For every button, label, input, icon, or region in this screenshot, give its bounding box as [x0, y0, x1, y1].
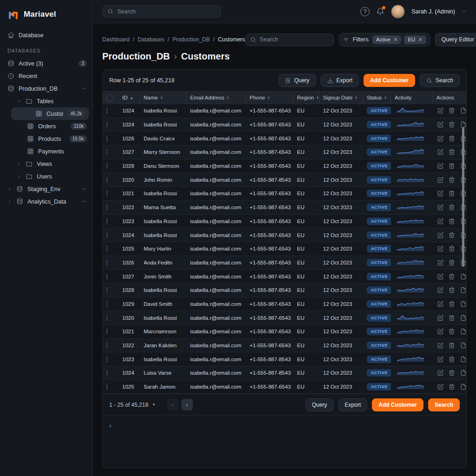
delete-icon[interactable] — [449, 259, 455, 266]
chevron-down-icon[interactable] — [82, 86, 87, 91]
sidebar-item-production-db[interactable]: Production_DB — [0, 82, 93, 95]
table-row[interactable]: 1025 Mary Hartin isabella.r@email.com +1… — [103, 242, 466, 256]
edit-icon[interactable] — [437, 204, 443, 211]
table-row[interactable]: 1024 Isabella Rossi isabella.r@email.com… — [103, 228, 466, 242]
row-checkbox[interactable] — [106, 259, 107, 266]
row-checkbox[interactable] — [106, 121, 107, 128]
edit-icon[interactable] — [437, 190, 443, 197]
edit-icon[interactable] — [437, 342, 443, 349]
delete-icon[interactable] — [449, 383, 455, 390]
close-icon[interactable]: ✕ — [393, 37, 397, 43]
table-row[interactable]: 1026 Anda Feditn isabella.r@email.com +1… — [103, 256, 466, 270]
breadcrumb-item[interactable]: Dashboard — [102, 36, 130, 43]
document-icon[interactable] — [460, 370, 466, 376]
delete-icon[interactable] — [449, 301, 455, 307]
row-checkbox[interactable] — [106, 287, 107, 293]
avatar[interactable] — [391, 5, 405, 19]
edit-icon[interactable] — [437, 356, 443, 363]
column-header-signup-date[interactable]: Signup Date▲▼ — [319, 92, 363, 104]
document-icon[interactable] — [460, 383, 466, 390]
delete-icon[interactable] — [449, 218, 455, 225]
breadcrumb-item[interactable]: Customers — [218, 36, 245, 43]
table-row[interactable]: 1024 Isabella Rossi isabella.r@email.com… — [103, 118, 466, 132]
delete-icon[interactable] — [449, 121, 455, 128]
footer-export-button[interactable]: Export — [338, 398, 368, 411]
row-checkbox[interactable] — [106, 328, 107, 335]
table-row[interactable]: 1027 Marry Sternson isabella.r@email.com… — [103, 145, 466, 159]
row-checkbox[interactable] — [106, 232, 107, 238]
table-row[interactable]: 1029 David Smith isabella.r@email.com +1… — [103, 298, 466, 311]
sidebar-item-staging-env[interactable]: Staging_Env — [0, 183, 93, 195]
sidebar-item-views[interactable]: Views — [0, 158, 93, 170]
footer-query-button[interactable]: Query — [305, 398, 334, 411]
document-icon[interactable] — [460, 287, 466, 293]
footer-search-button[interactable]: Search — [428, 398, 460, 411]
table-row[interactable]: 1027 Jonin Smith isabella.r@email.com +1… — [103, 270, 466, 284]
delete-icon[interactable] — [449, 135, 455, 142]
document-icon[interactable] — [460, 356, 466, 363]
sidebar-item-recent[interactable]: Recent — [0, 70, 93, 82]
sidebar-item-users[interactable]: Users — [0, 170, 93, 183]
table-row[interactable]: 1021 Marcriamrson isabella.r@email.com +… — [103, 325, 466, 339]
table-row[interactable]: 1025 Sarah Jamon isabella.r@email.com +1… — [103, 380, 466, 394]
sidebar-item-customers[interactable]: Customers45.2k — [11, 107, 89, 120]
row-checkbox[interactable] — [106, 163, 107, 169]
console-expand-chevron[interactable]: › — [109, 422, 111, 429]
chevron-right-icon[interactable] — [7, 187, 12, 192]
edit-icon[interactable] — [437, 177, 443, 183]
row-checkbox[interactable] — [106, 204, 107, 211]
chevron-down-icon[interactable] — [17, 99, 21, 104]
global-search-input[interactable]: Search — [102, 5, 221, 18]
filter-chip-eu[interactable]: EU✕ — [404, 35, 426, 44]
delete-icon[interactable] — [449, 149, 455, 155]
chevron-right-icon[interactable] — [17, 174, 21, 179]
document-icon[interactable] — [460, 342, 466, 349]
table-row[interactable]: 1024 Isabella Rossi isabella.r@email.com… — [103, 104, 466, 118]
export-button[interactable]: Export — [321, 74, 359, 87]
delete-icon[interactable] — [449, 232, 455, 238]
breadcrumb-item[interactable]: Production_DB — [172, 36, 210, 43]
edit-icon[interactable] — [437, 121, 443, 128]
edit-icon[interactable] — [437, 273, 443, 280]
notifications-button[interactable] — [376, 7, 384, 16]
document-icon[interactable] — [460, 273, 466, 280]
delete-icon[interactable] — [449, 204, 455, 211]
column-header-region[interactable]: Region▲▼ — [293, 92, 319, 104]
row-checkbox[interactable] — [106, 135, 107, 142]
delete-icon[interactable] — [449, 107, 455, 114]
table-row[interactable]: 1022 Marna Suetta isabella.r@email.com +… — [103, 201, 466, 215]
edit-icon[interactable] — [437, 232, 443, 238]
row-checkbox[interactable] — [106, 190, 107, 197]
column-header-name[interactable]: Name▲▼ — [140, 92, 186, 104]
prev-page-button[interactable]: ‹ — [167, 399, 178, 410]
edit-icon[interactable] — [437, 149, 443, 155]
edit-icon[interactable] — [437, 163, 443, 169]
table-row[interactable]: 1021 Isabella Rossi isabella.r@email.com… — [103, 187, 466, 201]
delete-icon[interactable] — [449, 356, 455, 363]
sidebar-item-analytics-data[interactable]: Analytics_Data — [0, 195, 93, 208]
sidebar-item-active[interactable]: Active (3) 3 — [0, 57, 93, 70]
table-row[interactable]: 1023 Isabella Rossi isabella.r@email.com… — [103, 352, 466, 366]
sidebar-item-tables[interactable]: Tables — [0, 95, 93, 107]
document-icon[interactable] — [460, 328, 466, 335]
column-header-id[interactable]: ID▲ — [119, 92, 140, 104]
row-checkbox[interactable] — [106, 273, 107, 280]
table-row[interactable]: 1028 Danu Sternson isabella.r@email.com … — [103, 159, 466, 173]
delete-icon[interactable] — [449, 315, 455, 321]
edit-icon[interactable] — [437, 287, 443, 293]
table-row[interactable]: 1022 Jaran Kakden isabella.r@email.com +… — [103, 339, 466, 353]
document-icon[interactable] — [460, 301, 466, 307]
page-search-input[interactable]: Search — [245, 33, 334, 46]
document-icon[interactable] — [460, 315, 466, 321]
add-customer-button[interactable]: Add Customer — [364, 74, 415, 87]
document-icon[interactable] — [460, 121, 466, 128]
sidebar-item-products[interactable]: Products15.5k — [0, 132, 93, 145]
row-checkbox[interactable] — [106, 107, 107, 114]
table-row[interactable]: 1020 Isabella Rossi isabella.r@email.com… — [103, 311, 466, 325]
delete-icon[interactable] — [449, 177, 455, 183]
row-checkbox[interactable] — [106, 383, 107, 390]
edit-icon[interactable] — [437, 107, 443, 114]
next-page-button[interactable]: › — [181, 399, 193, 410]
edit-icon[interactable] — [437, 328, 443, 335]
help-icon[interactable]: ? — [360, 7, 370, 16]
